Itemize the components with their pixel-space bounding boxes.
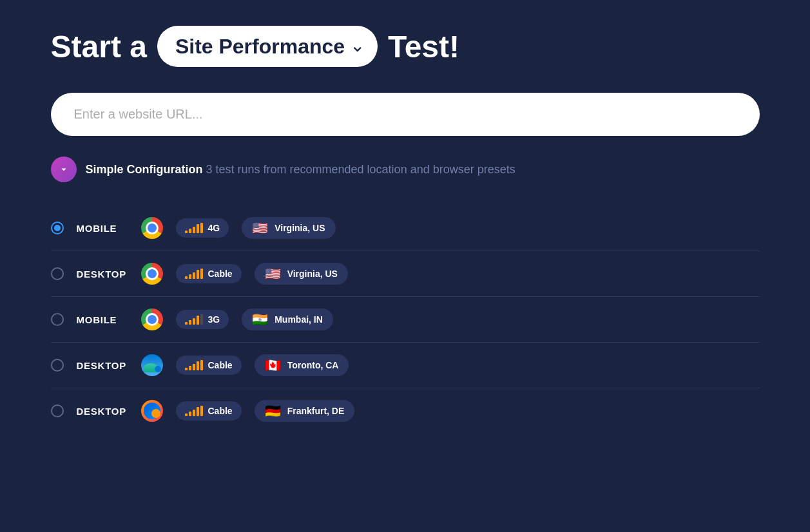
signal-badge-3: Cable bbox=[176, 356, 242, 375]
device-label-0: MOBILE bbox=[77, 223, 128, 234]
radio-button-1[interactable] bbox=[51, 267, 64, 280]
radio-button-2[interactable] bbox=[51, 313, 64, 326]
signal-bars-0 bbox=[185, 223, 203, 233]
flag-icon-2: 🇮🇳 bbox=[252, 313, 268, 326]
config-bold-label: Simple Configuration bbox=[86, 163, 203, 176]
chrome-icon bbox=[141, 309, 163, 330]
url-input[interactable] bbox=[51, 93, 760, 136]
signal-label-1: Cable bbox=[208, 269, 233, 279]
main-container: Start a Site PerformanceUptimeTraceroute… bbox=[51, 26, 760, 433]
test-type-dropdown[interactable]: Site PerformanceUptimeTraceroute bbox=[157, 26, 378, 67]
flag-icon-1: 🇺🇸 bbox=[265, 267, 281, 280]
radio-button-4[interactable] bbox=[51, 404, 64, 417]
signal-badge-4: Cable bbox=[176, 401, 242, 421]
test-type-dropdown-wrapper[interactable]: Site PerformanceUptimeTraceroute bbox=[157, 26, 378, 67]
location-label-0: Virginia, US bbox=[275, 223, 325, 233]
location-label-1: Virginia, US bbox=[287, 269, 338, 279]
device-label-3: DESKTOP bbox=[77, 360, 128, 371]
config-light-label: 3 test runs from recommended location an… bbox=[203, 163, 516, 176]
test-row[interactable]: MOBILE 3G 🇮🇳 Mumbai, IN bbox=[51, 297, 760, 343]
location-badge-2: 🇮🇳 Mumbai, IN bbox=[242, 309, 333, 330]
simple-config-section: Simple Configuration 3 test runs from re… bbox=[51, 157, 760, 182]
chrome-icon bbox=[141, 217, 163, 239]
device-label-4: DESKTOP bbox=[77, 406, 128, 417]
start-text: Start a bbox=[51, 29, 147, 64]
header: Start a Site PerformanceUptimeTraceroute… bbox=[51, 26, 760, 67]
config-toggle-button[interactable] bbox=[51, 157, 77, 182]
url-input-wrapper bbox=[51, 93, 760, 136]
chevron-down-icon bbox=[58, 164, 70, 175]
test-text: Test! bbox=[388, 29, 459, 64]
test-rows-list: MOBILE 4G 🇺🇸 Virginia, US DESKTOP Cable … bbox=[51, 205, 760, 433]
device-label-2: MOBILE bbox=[77, 314, 128, 325]
location-badge-3: 🇨🇦 Toronto, CA bbox=[255, 354, 349, 376]
signal-badge-2: 3G bbox=[176, 310, 229, 329]
signal-badge-1: Cable bbox=[176, 264, 242, 283]
location-label-2: Mumbai, IN bbox=[275, 314, 323, 325]
test-row[interactable]: DESKTOP Cable 🇨🇦 Toronto, CA bbox=[51, 343, 760, 388]
signal-bars-4 bbox=[185, 406, 203, 416]
signal-badge-0: 4G bbox=[176, 218, 229, 238]
chrome-icon bbox=[141, 263, 163, 285]
location-label-3: Toronto, CA bbox=[287, 360, 339, 370]
signal-bars-2 bbox=[185, 314, 203, 325]
location-label-4: Frankfurt, DE bbox=[287, 406, 345, 416]
test-row[interactable]: DESKTOP Cable 🇩🇪 Frankfurt, DE bbox=[51, 388, 760, 433]
radio-button-0[interactable] bbox=[51, 222, 64, 234]
test-row[interactable]: MOBILE 4G 🇺🇸 Virginia, US bbox=[51, 205, 760, 251]
test-row[interactable]: DESKTOP Cable 🇺🇸 Virginia, US bbox=[51, 251, 760, 297]
flag-icon-4: 🇩🇪 bbox=[265, 404, 281, 417]
signal-label-3: Cable bbox=[208, 360, 233, 370]
flag-icon-3: 🇨🇦 bbox=[265, 359, 281, 372]
radio-button-3[interactable] bbox=[51, 359, 64, 372]
location-badge-0: 🇺🇸 Virginia, US bbox=[242, 217, 335, 239]
config-label: Simple Configuration 3 test runs from re… bbox=[86, 163, 516, 176]
signal-label-0: 4G bbox=[208, 223, 220, 233]
flag-icon-0: 🇺🇸 bbox=[252, 222, 268, 234]
signal-label-2: 3G bbox=[208, 314, 220, 325]
firefox-icon bbox=[141, 400, 163, 422]
signal-bars-1 bbox=[185, 269, 203, 279]
device-label-1: DESKTOP bbox=[77, 269, 128, 280]
signal-label-4: Cable bbox=[208, 406, 233, 416]
edge-icon bbox=[141, 354, 163, 376]
location-badge-4: 🇩🇪 Frankfurt, DE bbox=[255, 400, 355, 422]
signal-bars-3 bbox=[185, 360, 203, 370]
location-badge-1: 🇺🇸 Virginia, US bbox=[255, 263, 348, 285]
